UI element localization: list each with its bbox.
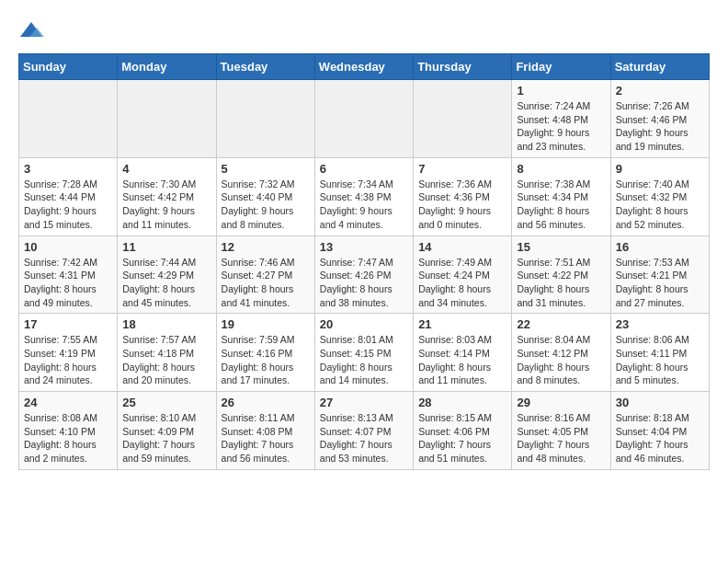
day-number: 23 [616,317,704,331]
calendar-cell: 12Sunrise: 7:46 AM Sunset: 4:27 PM Dayli… [216,236,314,314]
day-info: Sunrise: 8:04 AM Sunset: 4:12 PM Dayligh… [517,333,605,387]
day-number: 20 [320,317,408,331]
calendar-cell: 25Sunrise: 8:10 AM Sunset: 4:09 PM Dayli… [118,392,216,470]
day-info: Sunrise: 7:55 AM Sunset: 4:19 PM Dayligh… [24,333,112,387]
day-number: 24 [24,396,112,409]
calendar-table: SundayMondayTuesdayWednesdayThursdayFrid… [18,53,710,470]
day-info: Sunrise: 7:53 AM Sunset: 4:21 PM Dayligh… [616,256,704,310]
day-info: Sunrise: 7:46 AM Sunset: 4:27 PM Dayligh… [222,256,310,310]
day-info: Sunrise: 7:28 AM Sunset: 4:44 PM Dayligh… [24,178,112,232]
day-info: Sunrise: 7:24 AM Sunset: 4:48 PM Dayligh… [517,99,605,154]
calendar-cell: 28Sunrise: 8:15 AM Sunset: 4:06 PM Dayli… [414,392,512,470]
day-info: Sunrise: 7:47 AM Sunset: 4:26 PM Dayligh… [320,256,408,310]
calendar-cell: 3Sunrise: 7:28 AM Sunset: 4:44 PM Daylig… [19,157,118,236]
week-row-2: 10Sunrise: 7:42 AM Sunset: 4:31 PM Dayli… [19,236,710,314]
weekday-header-tuesday: Tuesday [216,54,314,80]
day-number: 21 [418,317,506,331]
weekday-header-wednesday: Wednesday [314,54,413,80]
calendar-header: SundayMondayTuesdayWednesdayThursdayFrid… [19,54,710,80]
calendar-cell: 23Sunrise: 8:06 AM Sunset: 4:11 PM Dayli… [610,314,709,392]
day-number: 8 [517,162,605,176]
calendar-cell: 30Sunrise: 8:18 AM Sunset: 4:04 PM Dayli… [610,392,709,470]
day-number: 17 [24,317,112,331]
weekday-header-monday: Monday [118,54,216,80]
day-number: 26 [222,396,310,409]
day-number: 13 [320,240,408,254]
day-number: 28 [418,396,506,409]
week-row-3: 17Sunrise: 7:55 AM Sunset: 4:19 PM Dayli… [19,314,710,392]
calendar-cell [216,80,314,158]
calendar-cell [19,80,118,158]
day-info: Sunrise: 7:34 AM Sunset: 4:38 PM Dayligh… [320,178,408,232]
calendar-cell: 4Sunrise: 7:30 AM Sunset: 4:42 PM Daylig… [118,157,216,236]
day-number: 15 [517,240,605,254]
logo-icon [18,18,44,44]
calendar-cell: 21Sunrise: 8:03 AM Sunset: 4:14 PM Dayli… [414,314,512,392]
day-info: Sunrise: 7:49 AM Sunset: 4:24 PM Dayligh… [418,256,506,310]
day-number: 10 [24,240,112,254]
day-number: 19 [222,317,310,331]
calendar-cell: 15Sunrise: 7:51 AM Sunset: 4:22 PM Dayli… [512,236,610,314]
calendar-cell: 29Sunrise: 8:16 AM Sunset: 4:05 PM Dayli… [512,392,610,470]
day-info: Sunrise: 7:51 AM Sunset: 4:22 PM Dayligh… [517,256,605,310]
day-number: 2 [616,84,704,98]
calendar-cell: 20Sunrise: 8:01 AM Sunset: 4:15 PM Dayli… [314,314,413,392]
calendar-cell: 11Sunrise: 7:44 AM Sunset: 4:29 PM Dayli… [118,236,216,314]
week-row-4: 24Sunrise: 8:08 AM Sunset: 4:10 PM Dayli… [19,392,710,470]
calendar-cell: 10Sunrise: 7:42 AM Sunset: 4:31 PM Dayli… [19,236,118,314]
day-info: Sunrise: 7:42 AM Sunset: 4:31 PM Dayligh… [24,256,112,310]
calendar-cell: 17Sunrise: 7:55 AM Sunset: 4:19 PM Dayli… [19,314,118,392]
day-number: 25 [122,396,210,409]
calendar-cell: 2Sunrise: 7:26 AM Sunset: 4:46 PM Daylig… [610,80,709,158]
day-number: 6 [320,162,408,176]
day-info: Sunrise: 7:59 AM Sunset: 4:16 PM Dayligh… [222,333,310,387]
day-number: 5 [222,162,310,176]
day-info: Sunrise: 8:15 AM Sunset: 4:06 PM Dayligh… [418,411,506,465]
week-row-0: 1Sunrise: 7:24 AM Sunset: 4:48 PM Daylig… [19,80,710,158]
calendar-cell: 18Sunrise: 7:57 AM Sunset: 4:18 PM Dayli… [118,314,216,392]
day-info: Sunrise: 8:11 AM Sunset: 4:08 PM Dayligh… [222,411,310,465]
weekday-header-thursday: Thursday [414,54,512,80]
calendar-cell: 27Sunrise: 8:13 AM Sunset: 4:07 PM Dayli… [314,392,413,470]
day-info: Sunrise: 7:40 AM Sunset: 4:32 PM Dayligh… [616,178,704,232]
day-info: Sunrise: 8:06 AM Sunset: 4:11 PM Dayligh… [616,333,704,387]
day-number: 3 [24,162,112,176]
day-info: Sunrise: 8:08 AM Sunset: 4:10 PM Dayligh… [24,411,112,465]
day-number: 12 [222,240,310,254]
calendar-cell: 9Sunrise: 7:40 AM Sunset: 4:32 PM Daylig… [610,157,709,236]
day-info: Sunrise: 8:13 AM Sunset: 4:07 PM Dayligh… [320,411,408,465]
day-number: 22 [517,317,605,331]
day-info: Sunrise: 7:57 AM Sunset: 4:18 PM Dayligh… [122,333,210,387]
calendar-cell [118,80,216,158]
calendar-cell: 19Sunrise: 7:59 AM Sunset: 4:16 PM Dayli… [216,314,314,392]
logo [18,18,48,44]
weekday-header-saturday: Saturday [610,54,709,80]
calendar-cell [414,80,512,158]
day-number: 1 [517,84,605,98]
day-info: Sunrise: 7:26 AM Sunset: 4:46 PM Dayligh… [616,99,704,154]
calendar-cell: 5Sunrise: 7:32 AM Sunset: 4:40 PM Daylig… [216,157,314,236]
day-info: Sunrise: 8:16 AM Sunset: 4:05 PM Dayligh… [517,411,605,465]
day-info: Sunrise: 8:01 AM Sunset: 4:15 PM Dayligh… [320,333,408,387]
day-number: 9 [616,162,704,176]
day-info: Sunrise: 7:30 AM Sunset: 4:42 PM Dayligh… [122,178,210,232]
day-number: 30 [616,396,704,409]
calendar-cell: 16Sunrise: 7:53 AM Sunset: 4:21 PM Dayli… [610,236,709,314]
week-row-1: 3Sunrise: 7:28 AM Sunset: 4:44 PM Daylig… [19,157,710,236]
calendar-cell: 7Sunrise: 7:36 AM Sunset: 4:36 PM Daylig… [414,157,512,236]
calendar-cell: 1Sunrise: 7:24 AM Sunset: 4:48 PM Daylig… [512,80,610,158]
day-info: Sunrise: 8:18 AM Sunset: 4:04 PM Dayligh… [616,411,704,465]
weekday-header-sunday: Sunday [19,54,118,80]
day-number: 27 [320,396,408,409]
day-number: 4 [122,162,210,176]
calendar-cell: 24Sunrise: 8:08 AM Sunset: 4:10 PM Dayli… [19,392,118,470]
day-number: 16 [616,240,704,254]
day-info: Sunrise: 7:38 AM Sunset: 4:34 PM Dayligh… [517,178,605,232]
calendar-cell: 14Sunrise: 7:49 AM Sunset: 4:24 PM Dayli… [414,236,512,314]
day-info: Sunrise: 8:03 AM Sunset: 4:14 PM Dayligh… [418,333,506,387]
day-info: Sunrise: 8:10 AM Sunset: 4:09 PM Dayligh… [122,411,210,465]
day-number: 14 [418,240,506,254]
day-info: Sunrise: 7:44 AM Sunset: 4:29 PM Dayligh… [122,256,210,310]
weekday-row: SundayMondayTuesdayWednesdayThursdayFrid… [19,54,710,80]
day-info: Sunrise: 7:36 AM Sunset: 4:36 PM Dayligh… [418,178,506,232]
